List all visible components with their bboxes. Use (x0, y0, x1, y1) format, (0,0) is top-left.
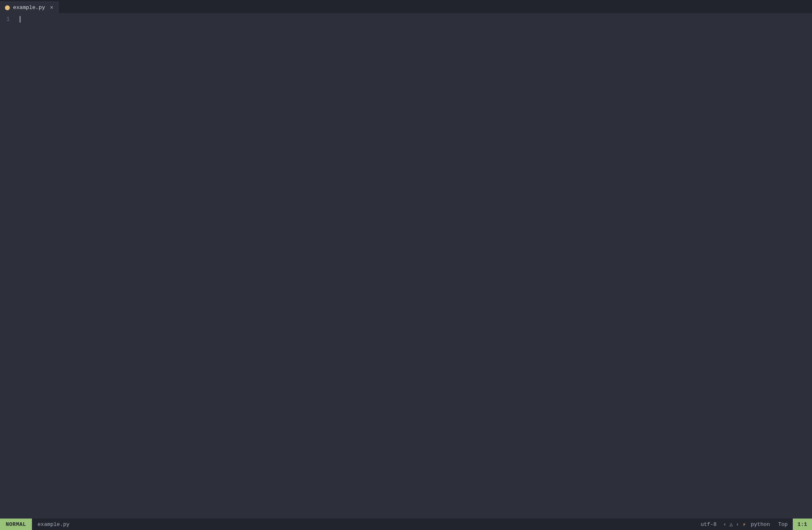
status-python-label: python (747, 521, 773, 528)
line-numbers: 1 (0, 13, 16, 519)
status-icons: ‹ △ ‹ (722, 521, 741, 528)
tab-label: example.py (13, 5, 45, 11)
tab-example-py[interactable]: example.py × (0, 2, 59, 13)
line-number-1: 1 (0, 15, 13, 24)
python-icon: ⚡ (742, 521, 746, 528)
status-right: utf-8 ‹ △ ‹ ⚡ python Top 1:1 (697, 519, 812, 530)
tab-close-button[interactable]: × (50, 5, 53, 11)
status-left: NORMAL example.py (0, 519, 75, 530)
status-mode: NORMAL (0, 519, 32, 530)
status-bar: NORMAL example.py utf-8 ‹ △ ‹ ⚡ python T… (0, 519, 812, 530)
editor-content[interactable] (16, 13, 812, 519)
status-filename: example.py (32, 519, 75, 530)
status-position: 1:1 (793, 519, 812, 530)
editor-area[interactable]: 1 (0, 13, 812, 519)
tab-bar: example.py × (0, 0, 812, 13)
status-top-label: Top (775, 521, 791, 528)
text-cursor (20, 16, 20, 23)
status-encoding: utf-8 (697, 521, 720, 528)
file-icon (5, 5, 10, 10)
